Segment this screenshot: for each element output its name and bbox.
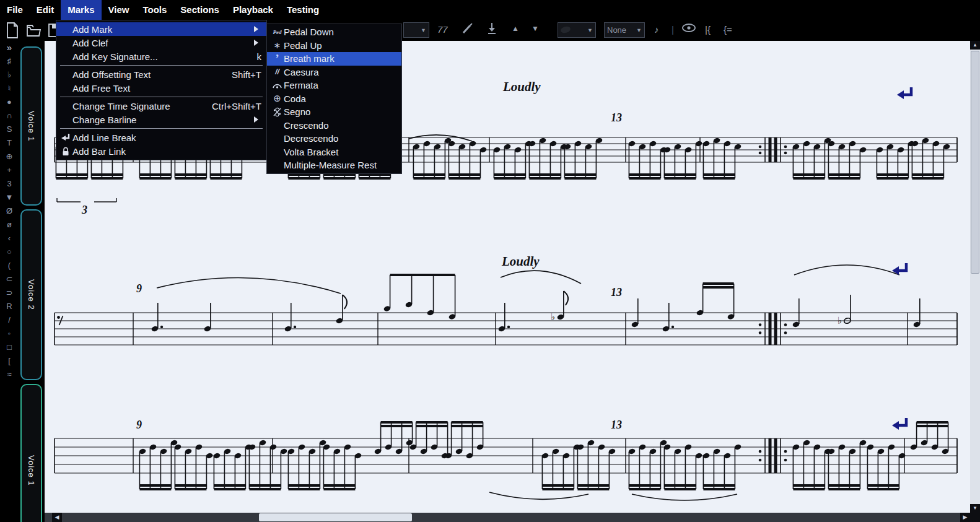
submenu-item-caesura[interactable]: //Caesura [267,66,401,79]
menu-item-add-offsetting-text[interactable]: Add Offsetting TextShift+T [56,67,266,81]
segno-icon [273,107,282,117]
notehead-oval-icon [560,25,571,34]
menubar-item-testing[interactable]: Testing [280,0,326,20]
line-break-icon [59,133,72,142]
vertical-scrollbar[interactable]: ▲ ▼ [970,41,980,513]
menu-item-add-free-text[interactable]: Add Free Text [56,81,266,95]
submenu-item-pedal-down[interactable]: PedPedal Down [267,25,401,39]
caesura-icon: // [275,67,279,76]
notehead-dropdown[interactable]: ▼ [558,22,596,38]
bracket-open-icon[interactable]: [ [8,354,11,368]
paren-icon[interactable]: ( [8,259,11,272]
menu-item-add-key-signature[interactable]: Add Key Signature...k [56,50,266,63]
ornament-dropdown[interactable]: ▼ [403,22,429,38]
menubar-item-tools[interactable]: Tools [136,0,173,20]
half-diminished-icon[interactable]: ø [7,218,12,232]
eighth-note-icon[interactable]: ♪ [654,24,659,35]
circle-icon[interactable]: ○ [7,245,12,259]
menu-separator [60,97,263,97]
slur-open-icon[interactable]: ⊂ [6,272,13,286]
ornament-dropdown-caret-icon: ▼ [421,27,426,33]
natural-icon[interactable]: ♮ [8,82,11,95]
sharp-icon[interactable]: ♯ [7,54,12,68]
horizontal-scroll-thumb[interactable] [259,513,412,521]
flat-icon[interactable]: ♭ [7,68,11,82]
submenu-item-label: Caesura [284,67,396,77]
triangle-icon[interactable]: ▼ [6,191,14,204]
scroll-right-button[interactable]: ▶ [960,513,970,522]
wave-icon[interactable]: ≈ [7,368,11,381]
fermata-icon [271,81,284,89]
submenu-item-label: Multiple-Measure Rest [284,160,396,170]
dot-icon[interactable]: ◦ [8,327,11,341]
articulation-dropdown-caret-icon: ▼ [636,27,642,33]
tie-icon[interactable]: ∩ [6,109,12,123]
menubar-item-view[interactable]: View [102,0,136,20]
menu-item-change-barline[interactable]: Change Barline [56,113,266,126]
open-folder-icon[interactable] [26,22,41,41]
pencil-icon[interactable] [461,22,473,37]
coda-tool-icon[interactable]: ⊕ [6,150,13,163]
menubar-item-sections[interactable]: Sections [173,0,226,20]
separator-bar: | [672,24,674,35]
menu-item-add-bar-link[interactable]: Add Bar Link [56,144,266,158]
slur-close-icon[interactable]: ⊃ [6,286,13,300]
brace-lines-icon[interactable]: {= [724,24,732,35]
submenu-arrow-icon [254,40,261,46]
submenu-item-crescendo[interactable]: Crescendo [267,119,401,133]
vertical-scroll-thumb[interactable] [971,51,979,274]
menu-item-change-time-signature[interactable]: Change Time SignatureCtrl+Shift+T [56,99,266,113]
rehearsal-mark-icon[interactable]: R [6,300,12,313]
menu-item-add-mark[interactable]: Add Mark [56,22,266,36]
open-folder-icon [26,22,41,38]
scroll-left-button[interactable]: ◀ [52,513,62,522]
lock-icon [61,147,70,156]
menu-separator [60,128,263,129]
segno-tool-icon[interactable]: S [7,123,12,136]
text-tool-icon[interactable]: T [7,136,12,150]
submenu-item-decrescendo[interactable]: Decrescendo [267,132,401,146]
grace-notes-icon[interactable]: 77 [437,24,448,35]
articulation-dropdown[interactable]: None▼ [604,22,645,38]
scroll-down-button[interactable]: ▼ [970,504,980,513]
menubar-item-edit[interactable]: Edit [30,0,61,20]
menu-item-add-clef[interactable]: Add Clef [56,36,266,50]
expand-panel-icon[interactable]: » [7,42,12,54]
bracket-icon[interactable]: |{ [705,24,711,35]
voice-tab-1[interactable]: Voice 1 [20,46,42,206]
caesura-icon: // [271,67,284,76]
submenu-item-multiple-measure-rest[interactable]: Multiple-Measure Rest [267,159,401,172]
menubar-item-file[interactable]: File [0,0,30,20]
move-up-icon[interactable]: ▲ [512,24,519,33]
menubar-item-marks[interactable]: Marks [61,0,101,20]
notehead-icon[interactable]: ● [7,95,12,109]
visibility-eye-icon[interactable] [681,22,696,36]
tuplet-icon[interactable]: 3 [7,177,11,191]
slashed-notehead-icon[interactable]: Ø [6,204,12,218]
submenu-arrow-icon [254,26,261,32]
voice-tab-2[interactable]: Voice 2 [20,209,42,380]
submenu-item-breath-mark[interactable]: ’Breath mark [267,52,401,66]
pedal-up-icon: ∗ [274,40,281,50]
slash-icon[interactable]: / [8,313,11,327]
horizontal-scrollbar[interactable]: ◀ ▶ [45,513,970,522]
submenu-item-fermata[interactable]: Fermata [267,79,401,92]
menubar-item-playback[interactable]: Playback [226,0,280,20]
angle-icon[interactable]: ‹ [8,232,11,245]
add-mark-submenu: PedPedal Down∗Pedal Up’Breath mark//Caes… [266,24,402,174]
menu-item-add-line-break[interactable]: Add Line Break [56,131,266,144]
submenu-item-volta-bracket[interactable]: Volta Bracket [267,146,401,159]
scroll-up-button[interactable]: ▲ [970,41,980,50]
submenu-item-coda[interactable]: ⊕Coda [267,92,401,106]
plus-icon[interactable]: + [7,163,12,177]
menu-item-label: Add Key Signature... [72,51,250,62]
voice-tab-3[interactable]: Voice 1 [20,384,42,522]
insert-below-icon[interactable] [487,22,497,37]
submenu-item-segno[interactable]: Segno [267,105,401,119]
left-toolbar: »♯♭♮●∩ST⊕+3▼Øø‹○(⊂⊃R/◦□[≈ [0,41,19,522]
coda-icon: ⊕ [273,93,281,103]
submenu-item-pedal-up[interactable]: ∗Pedal Up [267,39,401,53]
rect-icon[interactable]: □ [7,341,12,354]
new-score-icon[interactable] [5,22,20,41]
move-down-icon[interactable]: ▼ [532,24,539,33]
